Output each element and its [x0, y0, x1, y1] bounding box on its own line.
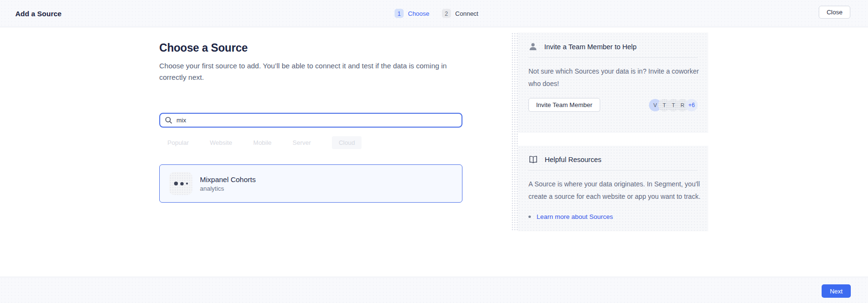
tab-cloud[interactable]: Cloud: [332, 136, 362, 149]
invite-team-panel: Invite a Team Member to Help Not sure wh…: [518, 32, 708, 133]
step-connect-number: 2: [442, 9, 451, 18]
source-result-text: Mixpanel Cohorts analytics: [200, 175, 256, 192]
divider: [528, 170, 698, 171]
invite-actions-row: Invite Team Member V T T R +6: [528, 98, 698, 112]
resources-panel-body: A Source is where your data originates. …: [528, 178, 701, 203]
page-description: Choose your first source to add. You’ll …: [159, 60, 451, 83]
book-icon: [528, 155, 538, 164]
resources-panel-title: Helpful Resources: [545, 156, 601, 163]
add-source-modal: Add a Source 1 Choose 2 Connect Close Ch…: [0, 0, 868, 303]
team-avatar-stack: V T T R +6: [649, 99, 698, 111]
tab-website[interactable]: Website: [210, 139, 232, 146]
step-connect[interactable]: 2 Connect: [442, 9, 478, 18]
modal-title: Add a Source: [15, 10, 62, 18]
close-button[interactable]: Close: [819, 6, 850, 19]
invite-team-member-button[interactable]: Invite Team Member: [528, 98, 600, 112]
invite-panel-body: Not sure which Sources your data is in? …: [528, 65, 701, 90]
sidebar-dotted-edge: [511, 32, 518, 231]
learn-more-sources-link[interactable]: Learn more about Sources: [537, 213, 613, 220]
step-connect-label: Connect: [455, 10, 478, 17]
search-icon: [165, 117, 172, 124]
source-result-category: analytics: [200, 185, 256, 192]
tab-server[interactable]: Server: [293, 139, 311, 146]
source-search-field[interactable]: [159, 113, 462, 128]
resources-panel-header: Helpful Resources: [528, 155, 698, 164]
source-result-mixpanel-cohorts[interactable]: Mixpanel Cohorts analytics: [159, 164, 462, 203]
avatar-overflow-badge: +6: [685, 99, 698, 111]
next-button[interactable]: Next: [822, 284, 851, 298]
tab-popular[interactable]: Popular: [167, 139, 189, 146]
mixpanel-dots-icon: [169, 172, 192, 195]
tab-mobile[interactable]: Mobile: [253, 139, 272, 146]
resources-link-row: Learn more about Sources: [528, 213, 698, 220]
search-input[interactable]: [176, 117, 457, 124]
bullet-icon: [528, 216, 531, 218]
step-choose-number: 1: [395, 9, 404, 18]
invite-panel-header: Invite a Team Member to Help: [528, 42, 698, 51]
page-title: Choose a Source: [159, 42, 248, 54]
helpful-resources-panel: Helpful Resources A Source is where your…: [518, 146, 708, 231]
person-icon: [528, 42, 538, 51]
category-tabs: Popular Website Mobile Server Cloud: [167, 136, 362, 149]
step-choose-label: Choose: [408, 10, 429, 17]
invite-panel-title: Invite a Team Member to Help: [544, 43, 637, 51]
source-result-title: Mixpanel Cohorts: [200, 175, 256, 184]
divider: [528, 57, 698, 58]
wizard-steps: 1 Choose 2 Connect: [395, 9, 478, 18]
step-choose[interactable]: 1 Choose: [395, 9, 429, 18]
modal-header: Add a Source 1 Choose 2 Connect Close: [0, 0, 868, 27]
modal-footer: Next: [0, 277, 868, 303]
main-content: Choose a Source Choose your first source…: [0, 27, 868, 277]
